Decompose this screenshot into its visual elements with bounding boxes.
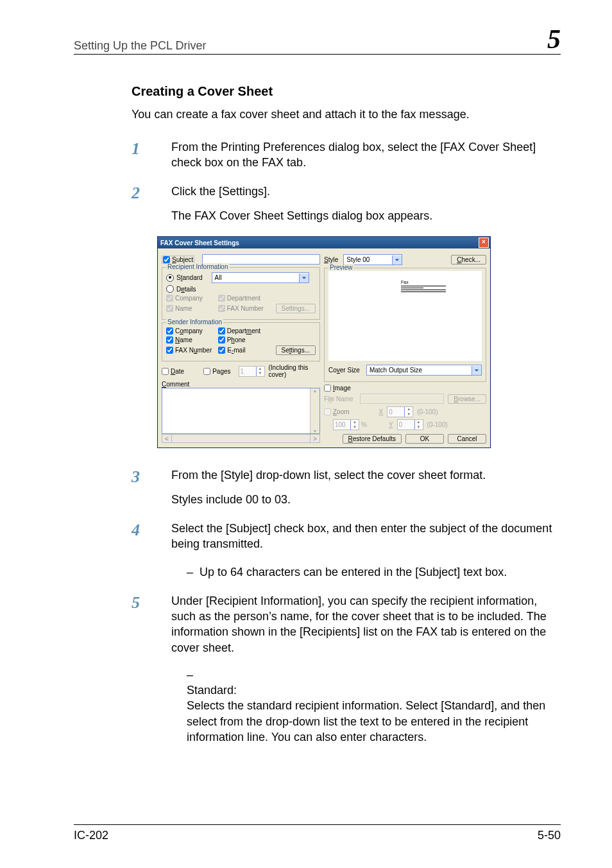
standard-label: Standard (176, 274, 203, 281)
recipient-faxno-checkbox: FAX Number (218, 305, 264, 312)
sender-department-checkbox[interactable]: Department (218, 327, 260, 334)
comment-textarea[interactable]: ▲ ▼ (162, 388, 320, 434)
y-spinner: ▲▼ (397, 419, 423, 430)
step3-after: Styles include 00 to 03. (171, 492, 561, 507)
browse-button: Browse... (448, 394, 486, 404)
step-text-5: Under [Recipient Information], you can s… (171, 593, 561, 655)
fax-cover-sheet-dialog: FAX Cover Sheet Settings × SSubjectubjec… (157, 236, 491, 448)
zoom-checkbox: Zoom (324, 408, 350, 415)
pages-note: (Including this cover) (269, 364, 321, 378)
scroll-left-icon: < (162, 434, 172, 443)
sender-email-checkbox[interactable]: E-mail (218, 347, 245, 354)
scroll-right-icon: > (310, 434, 320, 443)
chapter-number: 5 (547, 26, 561, 53)
date-checkbox[interactable]: Date (162, 368, 184, 375)
step-number-2: 2 (74, 184, 171, 224)
sender-settings-button[interactable]: Settings... (276, 345, 316, 355)
recipient-info-group: Recipient Information (166, 263, 230, 270)
sender-name-checkbox[interactable]: Name (166, 336, 192, 343)
file-name-label: File Name (324, 395, 356, 403)
step2-after: The FAX Cover Sheet Settings dialog box … (171, 208, 561, 223)
step-text-1: From the Printing Preferences dialog box… (171, 139, 561, 171)
footer-left: IC-202 (74, 829, 108, 842)
sender-info-group: Sender Information (166, 318, 223, 326)
standard-dropdown[interactable]: All (212, 272, 309, 283)
step-number-5: 5 (74, 593, 171, 745)
step-number-1: 1 (74, 139, 171, 171)
x-range: (0-100) (417, 408, 438, 415)
chevron-down-icon[interactable] (472, 366, 481, 375)
image-checkbox[interactable]: Image (324, 385, 351, 392)
step-text-3: From the [Style] drop-down list, select … (171, 467, 561, 483)
cover-size-label: Cover Size (328, 367, 360, 374)
subject-checkbox[interactable]: SSubjectubject (162, 256, 194, 264)
step4-bullet: –Up to 64 characters can be entered in t… (187, 564, 561, 580)
details-label: Details (176, 286, 196, 293)
step-number-3: 3 (74, 467, 171, 508)
details-radio[interactable] (166, 285, 174, 293)
y-range: (0-100) (427, 421, 448, 428)
preview-box: Fax (328, 271, 482, 361)
standard-radio[interactable] (166, 274, 174, 282)
comment-scroll-horizontal: < > (162, 434, 320, 443)
intro-text: You can create a fax cover sheet and att… (132, 108, 561, 121)
step-text-2: Click the [Settings]. (171, 184, 561, 199)
file-name-input (360, 394, 444, 404)
footer-right: 5-50 (538, 829, 561, 842)
step-text-4: Select the [Subject] check box, and then… (171, 521, 561, 552)
restore-defaults-button[interactable]: Restore Defaults (343, 434, 402, 444)
scroll-up-icon: ▲ (310, 388, 319, 393)
ok-button[interactable]: OK (405, 434, 444, 444)
comment-label: Comment (162, 381, 320, 388)
check-button[interactable]: Check... (451, 255, 486, 265)
cover-size-dropdown[interactable]: Match Output Size (366, 365, 482, 376)
recipient-name-checkbox: Name (166, 305, 192, 312)
chevron-down-icon[interactable] (392, 256, 402, 265)
pages-spinner: ▲▼ (239, 366, 265, 377)
pages-checkbox[interactable]: Pages (203, 368, 230, 375)
recipient-settings-button: Settings... (276, 304, 316, 313)
recipient-company-checkbox: Company (166, 295, 203, 302)
zoom-spinner: ▲▼ (333, 419, 359, 430)
scroll-down-icon: ▼ (310, 429, 319, 433)
dialog-title: FAX Cover Sheet Settings (160, 239, 239, 247)
chevron-down-icon[interactable] (299, 273, 309, 282)
close-icon[interactable]: × (479, 238, 489, 248)
step5-bullet: – Standard: Selects the standard recipie… (187, 667, 561, 745)
x-spinner: ▲▼ (387, 406, 413, 417)
sender-company-checkbox[interactable]: Company (166, 327, 203, 334)
sender-fax-checkbox[interactable]: FAX Number (166, 347, 212, 354)
step-number-4: 4 (74, 521, 171, 580)
header-section-title: Setting Up the PCL Driver (74, 39, 206, 53)
section-heading: Creating a Cover Sheet (132, 84, 561, 99)
preview-label: Preview (328, 264, 354, 271)
sender-phone-checkbox[interactable]: Phone (218, 336, 246, 343)
cancel-button[interactable]: Cancel (448, 434, 486, 444)
preview-fax-text: Fax (401, 280, 446, 284)
recipient-department-checkbox: Department (218, 295, 260, 302)
